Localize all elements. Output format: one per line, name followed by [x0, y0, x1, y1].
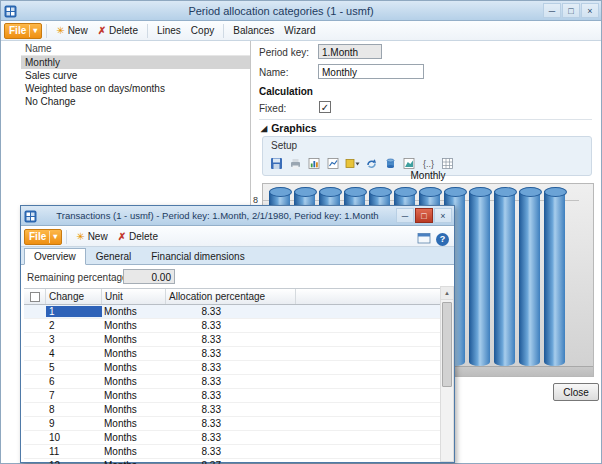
- wizard-button[interactable]: Wizard: [279, 22, 320, 39]
- tab-financial-dimensions[interactable]: Financial dimensions: [141, 248, 254, 265]
- minimize-button[interactable]: ─: [543, 3, 561, 18]
- row-allocation-cell[interactable]: 8.33: [166, 348, 296, 359]
- close-window-button[interactable]: ×: [434, 208, 452, 223]
- nav-item-weighted-base-on-days-months[interactable]: Weighted base on days/months: [21, 82, 250, 95]
- app-icon: [24, 209, 37, 222]
- row-allocation-cell[interactable]: 8.37: [166, 460, 296, 464]
- column-header-change[interactable]: Change: [46, 289, 102, 304]
- row-change-cell[interactable]: 8: [46, 404, 102, 415]
- tab-overview[interactable]: Overview: [24, 248, 86, 265]
- row-change-cell[interactable]: 9: [46, 418, 102, 429]
- chart-bar: [469, 191, 490, 366]
- row-change-cell[interactable]: 1: [46, 306, 102, 317]
- row-unit-cell[interactable]: Months: [102, 432, 166, 443]
- table-row[interactable]: 12Months8.37: [24, 459, 440, 464]
- row-change-cell[interactable]: 3: [46, 334, 102, 345]
- delete-x-icon: ✗: [98, 25, 106, 36]
- table-row[interactable]: 4Months8.33: [24, 347, 440, 361]
- table-row[interactable]: 9Months8.33: [24, 417, 440, 431]
- graphics-heading: Graphics: [271, 122, 317, 134]
- tab-general[interactable]: General: [86, 248, 142, 265]
- row-unit-cell[interactable]: Months: [102, 320, 166, 331]
- column-header-allocation-percentage[interactable]: Allocation percentage: [166, 289, 296, 304]
- screen: Period allocation categories (1 - usmf) …: [0, 0, 602, 464]
- nav-item-sales-curve[interactable]: Sales curve: [21, 69, 250, 82]
- close-button[interactable]: Close: [553, 383, 599, 401]
- nav-item-no-change[interactable]: No Change: [21, 95, 250, 108]
- row-change-cell[interactable]: 5: [46, 362, 102, 373]
- toolbar-separator: [147, 24, 148, 38]
- table-row[interactable]: 2Months8.33: [24, 319, 440, 333]
- row-allocation-cell[interactable]: 8.33: [166, 362, 296, 373]
- balances-button[interactable]: Balances: [228, 22, 279, 39]
- window-layout-icon[interactable]: [417, 230, 431, 248]
- scrollbar-thumb[interactable]: [442, 302, 452, 387]
- maximize-button[interactable]: □: [562, 3, 580, 18]
- minimize-button[interactable]: ─: [396, 208, 414, 223]
- file-menu-button[interactable]: File ▾: [24, 229, 62, 245]
- select-all-header-cell[interactable]: [24, 289, 46, 304]
- row-unit-cell[interactable]: Months: [102, 334, 166, 345]
- row-change-cell[interactable]: 12: [46, 460, 102, 464]
- app-icon: [4, 4, 17, 17]
- row-change-cell[interactable]: 10: [46, 432, 102, 443]
- close-window-button[interactable]: ×: [581, 3, 599, 18]
- row-unit-cell[interactable]: Months: [102, 306, 166, 317]
- new-star-icon: ✳: [76, 231, 84, 242]
- remaining-percentage-field[interactable]: 0.00: [123, 269, 175, 284]
- row-unit-cell[interactable]: Months: [102, 390, 166, 401]
- row-allocation-cell[interactable]: 8.33: [166, 418, 296, 429]
- scroll-up-arrow[interactable]: ▲: [441, 287, 453, 300]
- row-unit-cell[interactable]: Months: [102, 348, 166, 359]
- row-change-cell[interactable]: 4: [46, 348, 102, 359]
- list-header-name[interactable]: Name: [21, 41, 250, 56]
- table-row[interactable]: 6Months8.33: [24, 375, 440, 389]
- table-row[interactable]: 7Months8.33: [24, 389, 440, 403]
- column-header-unit[interactable]: Unit: [102, 289, 166, 304]
- row-allocation-cell[interactable]: 8.33: [166, 432, 296, 443]
- period-key-field[interactable]: 1.Month: [318, 44, 382, 59]
- row-change-cell[interactable]: 7: [46, 390, 102, 401]
- main-titlebar: Period allocation categories (1 - usmf) …: [1, 1, 601, 21]
- select-all-checkbox[interactable]: [30, 292, 40, 302]
- lines-button[interactable]: Lines: [152, 22, 186, 39]
- row-allocation-cell[interactable]: 8.33: [166, 404, 296, 415]
- row-unit-cell[interactable]: Months: [102, 460, 166, 464]
- row-allocation-cell[interactable]: 8.33: [166, 446, 296, 457]
- row-allocation-cell[interactable]: 8.33: [166, 334, 296, 345]
- new-button[interactable]: ✳ New: [51, 22, 92, 39]
- table-row[interactable]: 10Months8.33: [24, 431, 440, 445]
- new-button[interactable]: ✳ New: [71, 228, 112, 245]
- table-row[interactable]: 11Months8.33: [24, 445, 440, 459]
- help-icon[interactable]: ?: [436, 233, 449, 246]
- table-row[interactable]: 1Months8.33: [24, 305, 440, 319]
- row-unit-cell[interactable]: Months: [102, 418, 166, 429]
- maximize-button[interactable]: □: [415, 208, 433, 223]
- row-change-cell[interactable]: 11: [46, 446, 102, 457]
- vertical-scrollbar[interactable]: ▲: [440, 286, 454, 462]
- row-allocation-cell[interactable]: 8.33: [166, 390, 296, 401]
- row-allocation-cell[interactable]: 8.33: [166, 320, 296, 331]
- main-toolbar: File ▾ ✳ New ✗ Delete Lines Copy Balance…: [1, 21, 601, 41]
- table-row[interactable]: 5Months8.33: [24, 361, 440, 375]
- file-menu-button[interactable]: File ▾: [4, 23, 42, 39]
- row-unit-cell[interactable]: Months: [102, 446, 166, 457]
- row-change-cell[interactable]: 2: [46, 320, 102, 331]
- delete-button[interactable]: ✗ Delete: [93, 22, 143, 39]
- row-allocation-cell[interactable]: 8.33: [166, 376, 296, 387]
- name-field[interactable]: Monthly: [318, 64, 424, 79]
- row-unit-cell[interactable]: Months: [102, 362, 166, 373]
- nav-item-monthly[interactable]: Monthly: [21, 56, 250, 69]
- row-unit-cell[interactable]: Months: [102, 404, 166, 415]
- fixed-checkbox[interactable]: ✓: [319, 101, 331, 113]
- file-menu-label: File: [9, 25, 26, 36]
- row-allocation-cell[interactable]: 8.33: [166, 306, 296, 317]
- table-row[interactable]: 8Months8.33: [24, 403, 440, 417]
- table-row[interactable]: 3Months8.33: [24, 333, 440, 347]
- grid-header-row: Change Unit Allocation percentage: [24, 289, 440, 305]
- row-unit-cell[interactable]: Months: [102, 376, 166, 387]
- copy-button[interactable]: Copy: [186, 22, 219, 39]
- delete-button[interactable]: ✗ Delete: [113, 228, 163, 245]
- row-change-cell[interactable]: 6: [46, 376, 102, 387]
- graphics-section-header[interactable]: ◢ Graphics: [261, 122, 317, 134]
